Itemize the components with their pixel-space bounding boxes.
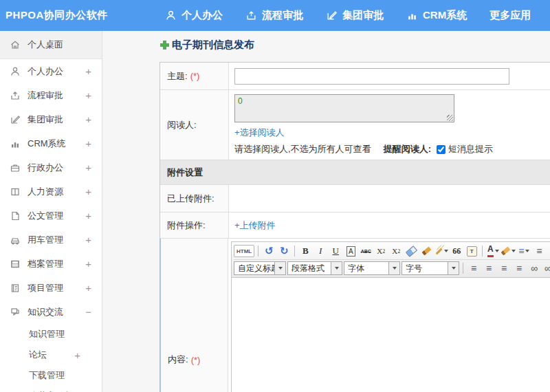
html-source-button[interactable]: HTML [234, 245, 254, 257]
sidebar-item-document-management[interactable]: 公文管理 + [0, 204, 102, 228]
operation-label-cell: 附件操作: [160, 213, 229, 238]
align-left-button[interactable]: ≡ [467, 261, 481, 275]
remind-readers-label: 提醒阅读人: [384, 143, 431, 155]
expand-toggle[interactable]: + [74, 350, 80, 360]
heading-select[interactable]: 自定义标题 [234, 261, 286, 275]
font-size-select[interactable]: 字号 [402, 261, 459, 275]
sidebar-item-label: 用车管理 [28, 234, 63, 246]
expand-toggle[interactable]: + [85, 114, 91, 124]
font-select-label: 字体 [344, 263, 388, 274]
nav-personal-office[interactable]: 个人办公 [165, 9, 223, 22]
sidebar-item-group-approval[interactable]: 集团审批 + [0, 107, 102, 131]
nav-more-apps[interactable]: 更多应用 [490, 9, 531, 22]
redo-icon[interactable]: ↻ [277, 244, 291, 258]
expand-toggle[interactable]: + [85, 66, 91, 76]
blockquote-button[interactable]: 66 [450, 244, 463, 258]
sidebar-item-crm-system[interactable]: CRM系统 + [0, 131, 102, 155]
caret-down-icon [448, 262, 459, 274]
nav-crm-system[interactable]: CRM系统 [406, 9, 467, 22]
link-button[interactable]: ∞ [527, 261, 541, 275]
bold-button[interactable]: B [298, 244, 312, 258]
subscript-button[interactable]: X2 [389, 244, 403, 258]
expand-toggle[interactable]: + [85, 186, 91, 197]
font-family-select[interactable]: 字体 [344, 261, 400, 275]
sidebar-subitem-knowledge-management[interactable]: 知识管理 [0, 324, 102, 345]
content-row: 内容: (*) HTML ↺ ↻ B I [160, 239, 550, 392]
font-background-button[interactable]: A [346, 246, 355, 257]
size-select-label: 字号 [402, 263, 448, 274]
sidebar-item-label: 公文管理 [28, 210, 63, 222]
expand-toggle[interactable]: + [85, 235, 91, 245]
unordered-list-button[interactable]: ≡ [532, 244, 546, 258]
sidebar-item-personal-office[interactable]: 个人办公 + [0, 59, 102, 83]
nav-label: CRM系统 [423, 9, 467, 22]
uploaded-label: 已上传附件: [167, 193, 214, 205]
sidebar-item-label: 项目管理 [28, 282, 63, 294]
align-center-button[interactable]: ≡ [482, 261, 496, 275]
sidebar-subitem-public-file-cabinet[interactable]: 公共文件柜 [0, 386, 102, 392]
sidebar-item-archive-management[interactable]: 档案管理 + [0, 252, 102, 276]
nav-label: 集团审批 [342, 9, 384, 22]
caret-down-icon [495, 250, 499, 252]
attachment-operation-row: 附件操作: +上传附件 [160, 213, 550, 239]
sms-notify-checkbox[interactable] [437, 145, 446, 154]
editor-content-area[interactable] [231, 278, 550, 392]
brush-icon[interactable] [419, 244, 433, 258]
expand-toggle[interactable]: + [85, 162, 91, 173]
nav-workflow-approval[interactable]: 流程审批 [245, 9, 303, 22]
expand-toggle[interactable]: + [85, 283, 91, 293]
expand-toggle[interactable]: + [85, 138, 91, 149]
subject-row: 主题: (*) [160, 63, 550, 90]
required-mark: (*) [191, 355, 201, 365]
readers-textarea[interactable]: 0 [234, 94, 454, 122]
sub-base: X [392, 247, 397, 255]
underline-button[interactable]: U [329, 244, 342, 258]
page-title: 电子期刊信息发布 [160, 39, 254, 52]
strikethrough-button[interactable]: ABC [359, 244, 373, 258]
justify-button[interactable]: ≡ [512, 261, 526, 275]
select-readers-link[interactable]: +选择阅读人 [234, 127, 285, 139]
sidebar-item-admin-office[interactable]: 行政办公 + [0, 155, 102, 179]
person-icon [10, 66, 21, 77]
document-icon [10, 210, 21, 221]
ordered-list-button[interactable]: ≡ [517, 244, 531, 258]
highlight-pen-icon[interactable] [501, 244, 516, 258]
sidebar-item-knowledge-exchange[interactable]: 知识交流 − [0, 300, 102, 324]
caret-down-icon [274, 262, 285, 274]
nav-group-approval[interactable]: 集团审批 [326, 9, 384, 22]
top-nav: 个人办公 流程审批 集团审批 CRM系统 更多应用 [165, 9, 550, 22]
paragraph-select-label: 段落格式 [288, 263, 331, 274]
top-header: PHPOA协同办公软件 个人办公 流程审批 集团审批 [0, 0, 550, 31]
eraser-icon[interactable] [404, 244, 418, 258]
undo-icon[interactable]: ↺ [262, 244, 276, 258]
format-wand-icon[interactable] [434, 244, 448, 258]
caret-down-icon [388, 262, 399, 274]
subject-input[interactable] [234, 68, 509, 85]
sup-mark: 2 [382, 248, 385, 254]
sidebar-item-project-management[interactable]: 项目管理 + [0, 276, 102, 300]
paste-icon[interactable]: T [465, 244, 478, 258]
sidebar-item-human-resources[interactable]: 人力资源 + [0, 179, 102, 204]
sidebar-subitem-forum[interactable]: 论坛 + [0, 345, 102, 365]
readers-hint: 请选择阅读人,不选为所有人可查看 [234, 143, 371, 155]
superscript-button[interactable]: X2 [374, 244, 388, 258]
italic-button[interactable]: I [314, 244, 327, 258]
sidebar-item-vehicle-management[interactable]: 用车管理 + [0, 228, 102, 252]
plus-icon [160, 41, 169, 50]
sidebar-item-workflow-approval[interactable]: 流程审批 + [0, 83, 102, 107]
sidebar-item-label: 下载管理 [29, 369, 65, 382]
subject-label-cell: 主题: (*) [160, 63, 229, 89]
collapse-toggle[interactable]: − [85, 307, 91, 317]
unlink-button[interactable]: ∞✗ [542, 261, 550, 275]
sidebar-item-personal-desktop[interactable]: 个人桌面 [0, 31, 102, 59]
toolbar-separator [294, 246, 295, 257]
expand-toggle[interactable]: + [85, 90, 91, 100]
expand-toggle[interactable]: + [85, 259, 91, 269]
upload-attachment-link[interactable]: +上传附件 [234, 219, 276, 232]
paragraph-format-select[interactable]: 段落格式 [287, 261, 342, 275]
align-right-button[interactable]: ≡ [497, 261, 511, 275]
sidebar-subitem-download-management[interactable]: 下载管理 [0, 365, 102, 386]
expand-toggle[interactable]: + [85, 210, 91, 221]
font-color-button[interactable]: A [486, 244, 500, 258]
sidebar-item-label: 个人桌面 [28, 39, 63, 51]
